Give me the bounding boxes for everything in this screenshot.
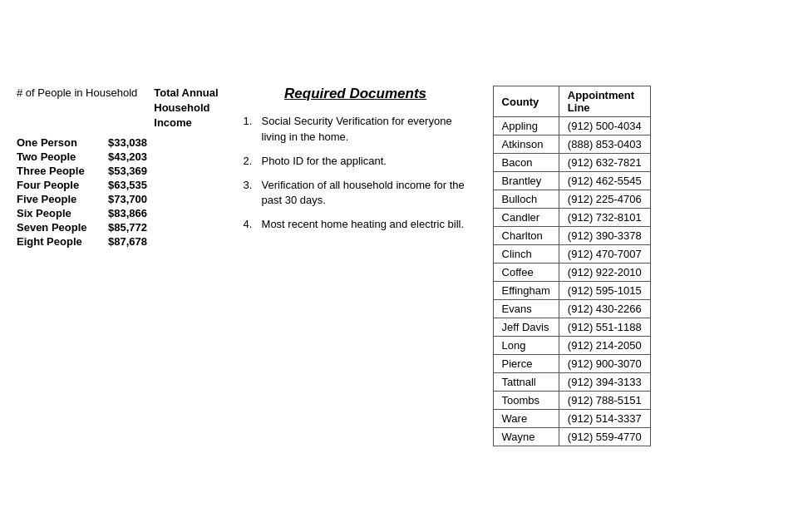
county-phone: (912) 430-2266 bbox=[559, 300, 650, 318]
county-name: Candler bbox=[493, 209, 559, 227]
county-name: Jeff Davis bbox=[493, 318, 559, 337]
county-phone: (912) 225-4706 bbox=[559, 190, 650, 209]
income-row-value: $83,866 bbox=[108, 207, 147, 219]
county-name: Clinch bbox=[493, 245, 559, 264]
county-section: County AppointmentLine Appling (912) 500… bbox=[493, 86, 781, 446]
county-phone: (912) 500-4034 bbox=[559, 117, 650, 135]
county-name: Toombs bbox=[493, 392, 559, 410]
income-row: Six People $83,866 bbox=[17, 207, 219, 219]
docs-list-item: Photo ID for the applicant. bbox=[244, 154, 468, 170]
income-row-value: $63,535 bbox=[108, 179, 147, 191]
county-phone: (888) 853-0403 bbox=[559, 135, 650, 154]
county-phone: (912) 462-5545 bbox=[559, 172, 650, 190]
county-table-row: Toombs (912) 788-5151 bbox=[493, 392, 650, 410]
county-table-row: Effingham (912) 595-1015 bbox=[493, 282, 650, 300]
county-name: Wayne bbox=[493, 428, 559, 446]
appointment-col-header: AppointmentLine bbox=[559, 86, 650, 117]
county-table-row: Wayne (912) 559-4770 bbox=[493, 428, 650, 446]
income-row-label: Seven People bbox=[17, 221, 91, 234]
county-phone: (912) 214-2050 bbox=[559, 337, 650, 355]
income-header-row: # of People in Household Total AnnualHou… bbox=[17, 86, 219, 131]
income-row: Three People $53,369 bbox=[17, 165, 219, 177]
income-row-label: Two People bbox=[17, 150, 91, 163]
county-name: Atkinson bbox=[493, 135, 559, 154]
county-phone: (912) 732-8101 bbox=[559, 209, 650, 227]
county-table-row: Candler (912) 732-8101 bbox=[493, 209, 650, 227]
income-row-label: Six People bbox=[17, 207, 91, 219]
income-row-label: Five People bbox=[17, 193, 91, 205]
county-name: Evans bbox=[493, 300, 559, 318]
content-wrapper: # of People in Household Total AnnualHou… bbox=[17, 86, 781, 446]
county-table-header-row: County AppointmentLine bbox=[493, 86, 650, 117]
county-table-row: Brantley (912) 462-5545 bbox=[493, 172, 650, 190]
county-name: Bacon bbox=[493, 154, 559, 172]
county-phone: (912) 514-3337 bbox=[559, 410, 650, 428]
county-phone: (912) 551-1188 bbox=[559, 318, 650, 337]
county-table-row: Pierce (912) 900-3070 bbox=[493, 355, 650, 373]
income-row-value: $87,678 bbox=[108, 235, 147, 248]
county-phone: (912) 900-3070 bbox=[559, 355, 650, 373]
county-phone: (912) 788-5151 bbox=[559, 392, 650, 410]
income-row-value: $85,772 bbox=[108, 221, 147, 234]
county-name: Pierce bbox=[493, 355, 559, 373]
docs-list-item: Social Security Verification for everyon… bbox=[244, 114, 468, 145]
income-row: Two People $43,203 bbox=[17, 150, 219, 163]
county-name: Effingham bbox=[493, 282, 559, 300]
county-table-row: Clinch (912) 470-7007 bbox=[493, 245, 650, 264]
county-name: Long bbox=[493, 337, 559, 355]
county-table-row: Ware (912) 514-3337 bbox=[493, 410, 650, 428]
county-table-row: Evans (912) 430-2266 bbox=[493, 300, 650, 318]
county-phone: (912) 595-1015 bbox=[559, 282, 650, 300]
income-row-label: Three People bbox=[17, 165, 91, 177]
income-row-label: Eight People bbox=[17, 235, 91, 248]
income-row-value: $43,203 bbox=[108, 150, 147, 163]
docs-list-item: Most recent home heating and electric bi… bbox=[244, 217, 468, 233]
county-phone: (912) 922-2010 bbox=[559, 264, 650, 282]
income-row: Five People $73,700 bbox=[17, 193, 219, 205]
county-name: Appling bbox=[493, 117, 559, 135]
county-table-row: Bulloch (912) 225-4706 bbox=[493, 190, 650, 209]
county-table-row: Appling (912) 500-4034 bbox=[493, 117, 650, 135]
page-container: # of People in Household Total AnnualHou… bbox=[0, 0, 798, 532]
county-phone: (912) 632-7821 bbox=[559, 154, 650, 172]
people-column-header: # of People in Household bbox=[17, 86, 137, 131]
docs-section: Required Documents Social Security Verif… bbox=[244, 86, 468, 241]
income-row-label: One Person bbox=[17, 136, 91, 149]
income-row: Seven People $85,772 bbox=[17, 221, 219, 234]
income-row-value: $33,038 bbox=[108, 136, 147, 149]
income-row: One Person $33,038 bbox=[17, 136, 219, 149]
county-table-row: Jeff Davis (912) 551-1188 bbox=[493, 318, 650, 337]
income-rows: One Person $33,038 Two People $43,203 Th… bbox=[17, 136, 219, 248]
county-phone: (912) 559-4770 bbox=[559, 428, 650, 446]
county-table-body: Appling (912) 500-4034 Atkinson (888) 85… bbox=[493, 117, 650, 446]
docs-list-item: Verification of all household income for… bbox=[244, 178, 468, 209]
county-name: Charlton bbox=[493, 227, 559, 245]
docs-title: Required Documents bbox=[244, 86, 468, 102]
income-row-value: $53,369 bbox=[108, 165, 147, 177]
county-table-row: Atkinson (888) 853-0403 bbox=[493, 135, 650, 154]
income-column-header: Total AnnualHouseholdIncome bbox=[154, 86, 218, 131]
income-row: Four People $63,535 bbox=[17, 179, 219, 191]
county-table: County AppointmentLine Appling (912) 500… bbox=[493, 86, 651, 446]
county-name: Brantley bbox=[493, 172, 559, 190]
county-table-row: Coffee (912) 922-2010 bbox=[493, 264, 650, 282]
county-table-row: Charlton (912) 390-3378 bbox=[493, 227, 650, 245]
county-col-header: County bbox=[493, 86, 559, 117]
county-table-row: Bacon (912) 632-7821 bbox=[493, 154, 650, 172]
county-phone: (912) 394-3133 bbox=[559, 373, 650, 392]
income-section: # of People in Household Total AnnualHou… bbox=[17, 86, 219, 248]
docs-list: Social Security Verification for everyon… bbox=[244, 114, 468, 233]
income-row-value: $73,700 bbox=[108, 193, 147, 205]
county-name: Ware bbox=[493, 410, 559, 428]
county-phone: (912) 390-3378 bbox=[559, 227, 650, 245]
county-table-row: Tattnall (912) 394-3133 bbox=[493, 373, 650, 392]
income-row: Eight People $87,678 bbox=[17, 235, 219, 248]
county-name: Tattnall bbox=[493, 373, 559, 392]
income-row-label: Four People bbox=[17, 179, 91, 191]
county-table-row: Long (912) 214-2050 bbox=[493, 337, 650, 355]
county-name: Coffee bbox=[493, 264, 559, 282]
county-name: Bulloch bbox=[493, 190, 559, 209]
county-phone: (912) 470-7007 bbox=[559, 245, 650, 264]
